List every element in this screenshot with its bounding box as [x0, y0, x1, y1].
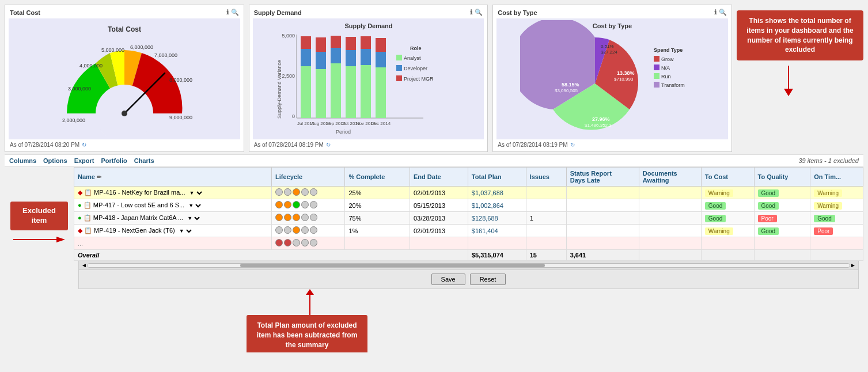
svg-marker-74	[306, 289, 314, 295]
svg-text:27.96%: 27.96%	[592, 116, 610, 122]
svg-text:Transform: Transform	[661, 82, 685, 88]
page-container: Total Cost ℹ 🔍 Total Cost	[0, 0, 868, 352]
row4-end-date: 02/01/2013	[410, 225, 468, 237]
row1-status-days	[566, 187, 639, 199]
supply-demand-icons[interactable]: ℹ 🔍	[470, 9, 483, 16]
row3-dropdown[interactable]: ▼	[185, 215, 202, 222]
row4-total-plan: $161,404	[468, 225, 526, 237]
items-count: 39 items - 1 excluded	[798, 157, 859, 164]
row5-issues	[526, 237, 566, 250]
row-type-icon2: 📋	[84, 202, 92, 208]
search-icon-cbt[interactable]: 🔍	[719, 9, 727, 16]
svg-text:N/A: N/A	[661, 65, 670, 71]
row4-pct: 1%	[345, 225, 410, 237]
svg-text:6,000,000: 6,000,000	[130, 44, 153, 50]
columns-button[interactable]: Columns	[9, 157, 36, 164]
row1-dropdown[interactable]: ▼	[187, 189, 204, 196]
svg-rect-24	[316, 37, 326, 52]
row1-name: ◆ 📋 MP-416 - NetKey for Brazil ma... ▼	[74, 187, 272, 199]
svg-text:$27,224: $27,224	[601, 50, 617, 55]
overall-row: Overall $5,315,074 15 3,641	[74, 250, 863, 261]
overall-docs	[639, 250, 701, 261]
row4-dropdown[interactable]: ▼	[177, 227, 194, 234]
search-icon[interactable]: 🔍	[231, 9, 239, 16]
svg-rect-67	[654, 82, 659, 88]
row4-lifecycle	[272, 225, 345, 237]
row5-on-time	[810, 237, 863, 250]
col-header-on-time: On Tim...	[810, 168, 863, 187]
edit-icon[interactable]: ✏	[97, 174, 101, 180]
svg-rect-25	[331, 63, 341, 118]
table-container: Name ✏ Lifecycle % Complete End Date Tot…	[74, 167, 863, 289]
row3-issues: 1	[526, 212, 566, 225]
row2-docs	[639, 199, 701, 212]
horizontal-scrollbar[interactable]: ◄ ►	[78, 261, 859, 270]
scroll-right-arrow[interactable]: ►	[850, 262, 856, 268]
overall-to-cost	[701, 250, 754, 261]
save-button[interactable]: Save	[431, 274, 465, 285]
svg-text:2,500: 2,500	[282, 73, 295, 79]
svg-marker-72	[56, 237, 65, 242]
svg-rect-65	[654, 73, 659, 79]
scrollbar-track[interactable]	[87, 263, 850, 268]
row3-total-plan: $128,688	[468, 212, 526, 225]
lifecycle-icons-3	[275, 214, 317, 221]
reset-button[interactable]: Reset	[470, 274, 506, 285]
lifecycle-icons-4	[275, 226, 317, 234]
row3-end-date: 03/28/2013	[410, 212, 468, 225]
svg-rect-23	[316, 52, 326, 69]
svg-rect-33	[361, 36, 371, 49]
charts-button[interactable]: Charts	[134, 157, 154, 164]
gauge-svg: Total Cost	[44, 21, 205, 136]
row-type-icon4: 📋	[84, 227, 92, 234]
row5-to-cost	[701, 237, 754, 250]
active-icon3: ●	[78, 214, 82, 221]
total-cost-title: Total Cost	[10, 9, 40, 16]
total-cost-icons[interactable]: ℹ 🔍	[226, 9, 239, 16]
row1-end-date: 02/01/2013	[410, 187, 468, 199]
row4-status-days	[566, 225, 639, 237]
export-button[interactable]: Export	[74, 157, 94, 164]
svg-text:3,000,000: 3,000,000	[68, 86, 91, 92]
row3-docs	[639, 212, 701, 225]
info-icon-cbt[interactable]: ℹ	[714, 9, 717, 16]
svg-text:5,000: 5,000	[282, 33, 295, 39]
portfolio-button[interactable]: Portfolio	[101, 157, 127, 164]
overall-label: Overall	[74, 250, 468, 261]
svg-text:$710,993: $710,993	[614, 77, 634, 82]
svg-rect-35	[376, 52, 386, 67]
row1-issues	[526, 187, 566, 199]
row2-end-date: 05/15/2013	[410, 199, 468, 212]
table-row: ◆ 📋 MP-416 - NetKey for Brazil ma... ▼	[74, 187, 863, 199]
dashboard-arrow-svg	[777, 63, 823, 97]
row3-on-time: Good	[810, 212, 863, 225]
total-cost-chart-area: Total Cost	[9, 18, 240, 139]
row4-issues	[526, 225, 566, 237]
svg-text:4,000,000: 4,000,000	[79, 63, 103, 69]
total-cost-refresh[interactable]: ↻	[82, 142, 86, 148]
svg-rect-27	[331, 36, 341, 48]
scroll-left-arrow[interactable]: ◄	[81, 262, 87, 268]
row2-to-cost: Good	[701, 199, 754, 212]
info-icon[interactable]: ℹ	[226, 9, 229, 16]
scrollbar-thumb[interactable]	[240, 264, 545, 267]
svg-rect-19	[301, 66, 311, 118]
cost-by-type-refresh[interactable]: ↻	[570, 142, 575, 148]
row2-to-quality: Good	[754, 199, 810, 212]
svg-rect-31	[361, 65, 371, 118]
row3-lifecycle	[272, 212, 345, 225]
options-button[interactable]: Options	[43, 157, 67, 164]
row-type-icon3: 📋	[84, 214, 92, 221]
row1-pct: 25%	[345, 187, 410, 199]
overall-to-quality	[754, 250, 810, 261]
row5-name: ...	[74, 237, 272, 250]
supply-demand-refresh[interactable]: ↻	[326, 142, 331, 148]
svg-text:Supply-Demand Variance: Supply-Demand Variance	[276, 60, 282, 119]
svg-rect-61	[654, 56, 659, 62]
row2-dropdown[interactable]: ▼	[186, 202, 203, 209]
row5-total-plan	[468, 237, 526, 250]
info-icon-sd[interactable]: ℹ	[470, 9, 472, 16]
cost-by-type-icons[interactable]: ℹ 🔍	[714, 9, 727, 16]
data-table: Name ✏ Lifecycle % Complete End Date Tot…	[74, 167, 863, 261]
search-icon-sd[interactable]: 🔍	[475, 9, 483, 16]
